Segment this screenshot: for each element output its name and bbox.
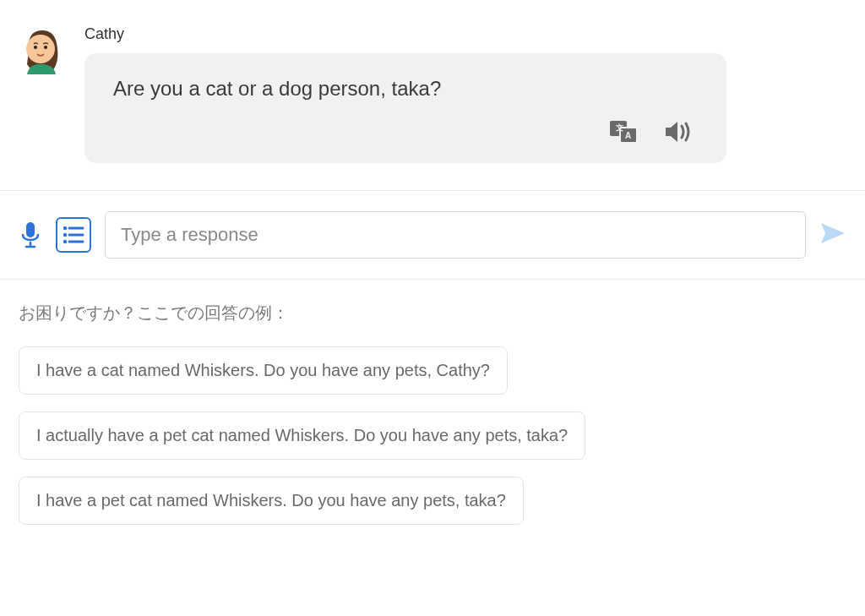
svg-rect-7 (26, 222, 35, 237)
send-icon[interactable] (819, 221, 846, 249)
suggestions-section: お困りですか？ここでの回答の例： I have a cat named Whis… (0, 280, 865, 564)
svg-point-14 (63, 240, 67, 243)
list-button[interactable] (56, 217, 91, 253)
svg-point-10 (63, 226, 67, 230)
chat-message: Cathy Are you a cat or a dog person, tak… (0, 0, 865, 180)
svg-point-0 (26, 35, 55, 63)
speaker-name: Cathy (84, 25, 848, 43)
microphone-icon[interactable] (19, 220, 42, 250)
message-text: Are you a cat or a dog person, taka? (113, 77, 698, 101)
svg-point-12 (63, 233, 67, 237)
input-row (0, 191, 865, 279)
suggestion-chip[interactable]: I have a cat named Whiskers. Do you have… (19, 346, 508, 395)
speaker-icon[interactable] (664, 119, 693, 148)
svg-point-2 (44, 46, 47, 49)
suggestion-chip[interactable]: I actually have a pet cat named Whiskers… (19, 412, 585, 460)
translate-icon[interactable]: 文 A (608, 119, 639, 148)
avatar (17, 25, 68, 76)
svg-text:A: A (625, 131, 631, 140)
suggestions-heading: お困りですか？ここでの回答の例： (19, 302, 846, 324)
response-input[interactable] (105, 211, 806, 259)
suggestion-chip[interactable]: I have a pet cat named Whiskers. Do you … (19, 477, 524, 525)
svg-text:文: 文 (615, 123, 623, 132)
message-bubble: Are you a cat or a dog person, taka? 文 A (84, 53, 726, 163)
svg-point-1 (34, 46, 37, 49)
